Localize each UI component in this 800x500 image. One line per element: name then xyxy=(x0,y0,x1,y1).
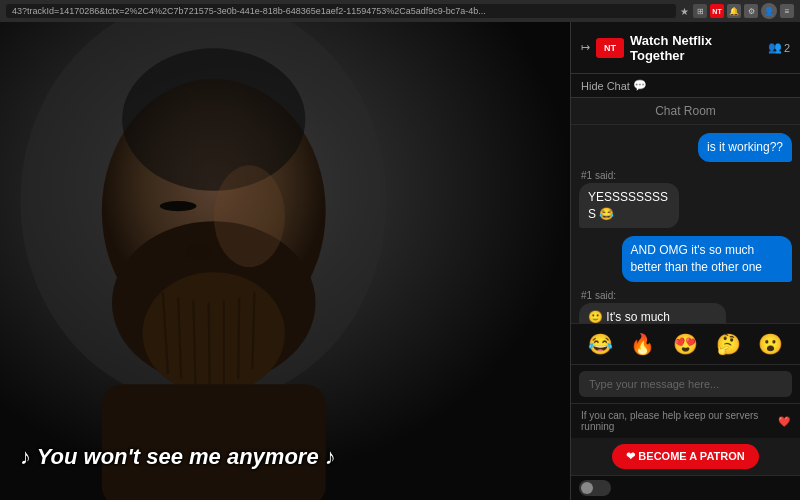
message-2-wrapper: #1 said: YESSSSSSSSS 😂 xyxy=(579,170,703,229)
patron-button[interactable]: ❤ BECOME A PATRON xyxy=(612,444,758,469)
svg-line-11 xyxy=(209,303,210,386)
emoji-surprised[interactable]: 😮 xyxy=(756,330,785,358)
browser-avatar[interactable]: 👤 xyxy=(761,3,777,19)
chat-header: ↦ NT Watch Netflix Together 👥 2 xyxy=(571,22,800,74)
hide-chat-bar: Hide Chat 💬 xyxy=(571,74,800,98)
message-3: AND OMG it's so much better than the oth… xyxy=(622,236,792,282)
browser-bar: 43?trackId=14170286&tctx=2%2C4%2C7b72157… xyxy=(0,0,800,22)
message-3-text: AND OMG it's so much better than the oth… xyxy=(631,243,762,274)
video-area[interactable]: ♪ You won't see me anymore ♪ xyxy=(0,22,570,500)
toggle-knob xyxy=(581,482,593,494)
heart-icon: ❤️ xyxy=(778,416,790,427)
emoji-heart-eyes[interactable]: 😍 xyxy=(671,330,700,358)
svg-line-13 xyxy=(238,298,239,379)
star-icon: ★ xyxy=(680,6,689,17)
video-background: ♪ You won't see me anymore ♪ xyxy=(0,22,570,500)
message-2: YESSSSSSSSS 😂 xyxy=(579,183,679,229)
chat-title: Watch Netflix Together xyxy=(630,33,762,63)
server-notice: If you can, please help keep our servers… xyxy=(571,403,800,438)
emoji-bar: 😂 🔥 😍 🤔 😮 xyxy=(571,323,800,364)
url-bar[interactable]: 43?trackId=14170286&tctx=2%2C4%2C7b72157… xyxy=(6,4,676,18)
toggle-switch[interactable] xyxy=(579,480,611,496)
arrow-icon: ↦ xyxy=(581,41,590,54)
server-notice-text: If you can, please help keep our servers… xyxy=(581,410,774,432)
browser-toolbar-icons: ⊞ NT 🔔 ⚙ 👤 ≡ xyxy=(693,3,794,19)
emoji-laugh[interactable]: 😂 xyxy=(586,330,615,358)
chat-room-label: Chat Room xyxy=(571,98,800,125)
chat-icon: 💬 xyxy=(633,79,647,92)
message-4: 🙂 It's so much easierrrr to use xyxy=(579,303,726,323)
users-badge: 👥 2 xyxy=(768,41,790,54)
svg-point-16 xyxy=(214,165,285,267)
message-4-sender: #1 said: xyxy=(579,290,763,301)
svg-point-5 xyxy=(122,48,305,191)
emoji-fire[interactable]: 🔥 xyxy=(628,330,657,358)
browser-ext-icon-4[interactable]: ⚙ xyxy=(744,4,758,18)
svg-point-4 xyxy=(143,272,286,394)
message-4-wrapper: #1 said: 🙂 It's so much easierrrr to use xyxy=(579,290,763,323)
message-input-area xyxy=(571,364,800,403)
message-1-text: is it working?? xyxy=(707,140,783,154)
nt-logo: NT xyxy=(596,38,624,58)
svg-point-7 xyxy=(186,244,210,260)
messages-area[interactable]: is it working?? #1 said: YESSSSSSSSS 😂 A… xyxy=(571,125,800,323)
hide-chat-label: Hide Chat xyxy=(581,80,630,92)
video-subtitle: ♪ You won't see me anymore ♪ xyxy=(20,444,570,470)
browser-ext-icon-2[interactable]: NT xyxy=(710,4,724,18)
users-icon: 👥 xyxy=(768,41,782,54)
browser-menu-icon[interactable]: ≡ xyxy=(780,4,794,18)
hide-chat-button[interactable]: Hide Chat 💬 xyxy=(581,79,790,92)
chat-panel: ↦ NT Watch Netflix Together 👥 2 Hide Cha… xyxy=(570,22,800,500)
url-text: 43?trackId=14170286&tctx=2%2C4%2C7b72157… xyxy=(12,6,486,16)
emoji-thinking[interactable]: 🤔 xyxy=(714,330,743,358)
browser-ext-icon-3[interactable]: 🔔 xyxy=(727,4,741,18)
message-input[interactable] xyxy=(579,371,792,397)
message-4-text: 🙂 It's so much easierrrr to use xyxy=(588,310,670,323)
person-silhouette xyxy=(0,22,570,500)
bottom-bar xyxy=(571,475,800,500)
message-2-text: YESSSSSSSSS 😂 xyxy=(588,190,668,221)
svg-rect-15 xyxy=(102,384,326,500)
svg-point-6 xyxy=(160,201,197,211)
message-1: is it working?? xyxy=(698,133,792,162)
users-count: 2 xyxy=(784,42,790,54)
message-2-sender: #1 said: xyxy=(579,170,703,181)
main-content: ♪ You won't see me anymore ♪ ↦ NT Watch … xyxy=(0,22,800,500)
browser-ext-icon-1[interactable]: ⊞ xyxy=(693,4,707,18)
